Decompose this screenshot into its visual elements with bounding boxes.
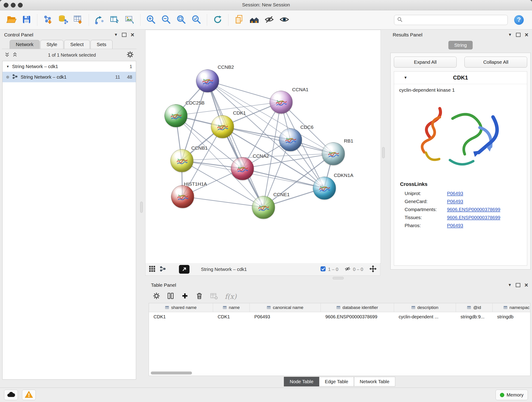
network-node-CCNB2[interactable] <box>196 70 219 92</box>
delete-column-trash-icon[interactable] <box>196 292 203 301</box>
grid-view-icon[interactable] <box>149 265 156 273</box>
network-node-CDK1[interactable] <box>211 115 234 138</box>
crosslink-link[interactable]: 9606.ENSP00000378699 <box>447 207 500 212</box>
tab-style[interactable]: Style <box>40 40 63 49</box>
zoom-out-button[interactable] <box>160 13 172 27</box>
open-session-button[interactable] <box>5 13 18 27</box>
network-node-CCNA1[interactable] <box>270 91 293 114</box>
collapse-all-tree-icon[interactable] <box>5 52 10 58</box>
cloud-status-button[interactable] <box>4 390 18 400</box>
open-in-new-window-button[interactable] <box>179 265 190 274</box>
main-toolbar: ? <box>0 10 532 30</box>
column-header-shared-name[interactable]: shared name <box>149 303 213 312</box>
tab-network[interactable]: Network <box>10 40 40 49</box>
panel-float-icon[interactable] <box>516 283 520 287</box>
panel-close-icon[interactable]: × <box>525 283 528 287</box>
tab-network-table[interactable]: Network Table <box>354 377 395 386</box>
network-node-CCNB1[interactable] <box>171 149 193 172</box>
horizontal-splitter[interactable] <box>333 277 344 279</box>
network-node-CDC25B[interactable] <box>165 104 187 127</box>
network-view-canvas[interactable]: CCNB2CCNA1CDC25BCDK1CDC6RB1CCNB1CCNA2CDK… <box>145 30 381 264</box>
gene-card-header[interactable]: ▼ CDK1 <box>394 71 527 84</box>
crosslink-link[interactable]: P06493 <box>447 191 463 196</box>
clone-network-button[interactable] <box>93 13 106 27</box>
panel-close-icon[interactable]: × <box>525 32 528 37</box>
crosslink-label: Pharos: <box>405 223 447 228</box>
gene-name: CDK1 <box>394 75 527 81</box>
crosslink-link[interactable]: 9606.ENSP00000378699 <box>447 215 500 220</box>
hide-unhide-button[interactable] <box>263 13 276 27</box>
network-options-gear-icon[interactable] <box>127 51 134 59</box>
table-cell: cyclin-dependent ... <box>394 312 456 322</box>
birds-eye-share-icon[interactable] <box>159 265 166 273</box>
collapse-all-button[interactable]: Collapse All <box>464 57 527 68</box>
zoom-selected-button[interactable] <box>190 13 203 27</box>
panel-float-icon[interactable] <box>122 33 127 37</box>
import-table-button[interactable] <box>72 13 85 27</box>
column-header-description[interactable]: description <box>394 303 456 312</box>
tab-node-table[interactable]: Node Table <box>284 377 319 386</box>
warnings-button[interactable] <box>22 390 36 400</box>
table-header-row: shared namenamecanonical namedatabase id… <box>149 303 530 312</box>
table-row[interactable]: CDK1CDK1P064939606.ENSP00000378699cyclin… <box>149 312 530 322</box>
column-header-namespac[interactable]: namespac <box>493 303 530 312</box>
tab-edge-table[interactable]: Edge Table <box>319 377 354 386</box>
vertical-splitter-right[interactable] <box>382 147 385 158</box>
export-image-button[interactable] <box>123 13 136 27</box>
hidden-eye-slash-icon[interactable] <box>344 266 351 273</box>
expand-all-button[interactable]: Expand All <box>394 57 457 68</box>
crosslink-link[interactable]: P06493 <box>447 199 463 204</box>
network-label: String Network – cdk1 <box>21 74 67 80</box>
report-button[interactable] <box>233 13 245 27</box>
panel-float-icon[interactable] <box>516 33 520 37</box>
import-network-database-button[interactable] <box>57 13 70 27</box>
gene-collapse-icon[interactable]: ▼ <box>404 76 407 80</box>
select-columns-icon[interactable] <box>167 292 174 300</box>
crosslink-link[interactable]: P06493 <box>447 223 463 228</box>
table-rows: CDK1CDK1P064939606.ENSP00000378699cyclin… <box>149 312 530 322</box>
zoom-in-button[interactable] <box>145 13 157 27</box>
column-header-canonical-name[interactable]: canonical name <box>250 303 321 312</box>
network-node-HIST1H1A[interactable] <box>171 185 194 208</box>
table-toolbar: f(x) <box>149 290 530 303</box>
table-settings-gear-icon[interactable] <box>153 292 160 300</box>
column-header-database-identifier[interactable]: database identifier <box>321 303 394 312</box>
panel-close-icon[interactable]: × <box>131 32 134 37</box>
tab-select[interactable]: Select <box>64 40 90 49</box>
panel-collapse-icon[interactable]: ▼ <box>508 283 512 287</box>
add-column-plus-icon[interactable] <box>181 292 189 300</box>
new-table-button[interactable] <box>108 13 121 27</box>
network-collection-row[interactable]: ▼ String Network – cdk1 1 <box>2 61 136 72</box>
string-results-box: Expand All Collapse All ▼ CDK1 cyclin-de… <box>390 53 531 269</box>
column-header--id[interactable]: @id <box>456 303 493 312</box>
table-horizontal-scrollbar[interactable] <box>151 371 192 375</box>
network-row[interactable]: String Network – cdk1 11 48 <box>2 72 136 82</box>
panel-collapse-icon[interactable]: ▼ <box>114 32 118 37</box>
column-header-name[interactable]: name <box>213 303 250 312</box>
panel-collapse-icon[interactable]: ▼ <box>508 32 512 37</box>
current-network-title: String Network – cdk1 <box>201 267 247 272</box>
zoom-fit-button[interactable] <box>175 13 188 27</box>
search-input[interactable] <box>404 17 505 23</box>
pan-move-icon[interactable] <box>369 265 377 274</box>
network-node-CDC6[interactable] <box>279 128 302 151</box>
show-glass-button[interactable] <box>278 13 291 27</box>
vertical-splitter-left[interactable] <box>140 202 143 213</box>
import-network-file-button[interactable] <box>41 13 54 27</box>
help-button[interactable]: ? <box>514 15 524 25</box>
string-home-button[interactable] <box>248 13 260 27</box>
gene-description: cyclin-dependent kinase 1 <box>394 84 527 93</box>
network-node-RB1[interactable] <box>322 142 345 165</box>
selected-checkbox-icon[interactable] <box>320 266 326 273</box>
save-session-button[interactable] <box>20 13 33 27</box>
network-node-CCNE1[interactable] <box>252 196 275 219</box>
tab-sets[interactable]: Sets <box>90 40 113 49</box>
function-builder-icon[interactable]: f(x) <box>225 293 236 300</box>
tree-expand-icon[interactable]: ▼ <box>6 65 9 68</box>
network-node-CDKN1A[interactable] <box>313 177 336 200</box>
apply-layout-button[interactable] <box>211 13 224 27</box>
network-node-CCNA2[interactable] <box>231 157 254 180</box>
expand-all-tree-icon[interactable] <box>12 52 17 58</box>
tab-string[interactable]: String <box>448 41 473 50</box>
memory-button[interactable]: Memory <box>496 390 528 400</box>
